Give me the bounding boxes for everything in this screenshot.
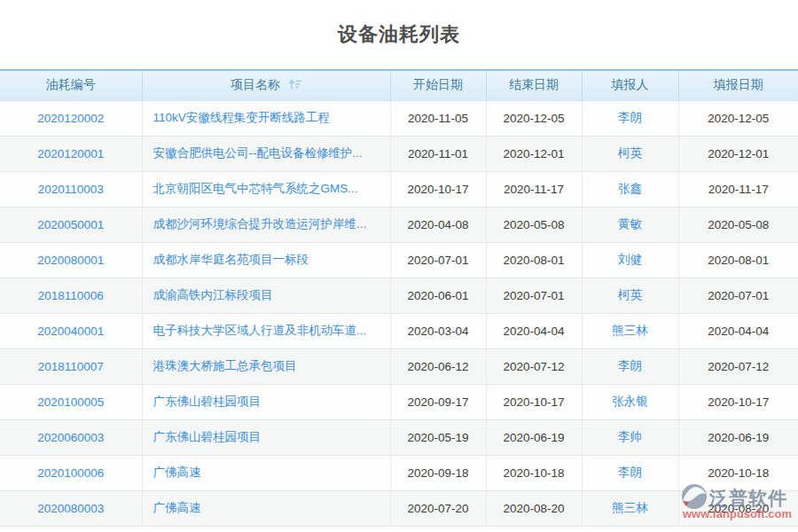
reporter-cell: 柯英 (582, 136, 678, 171)
project-link[interactable]: 成都水岸华庭名苑项目一标段 (153, 253, 309, 266)
reporter-link[interactable]: 李朗 (618, 359, 642, 372)
table-row: 2020100005 广东佛山碧桂园项目 2020-09-17 2020-10-… (0, 384, 798, 419)
fuel-id-link[interactable]: 2020100006 (37, 466, 104, 480)
project-link[interactable]: 广东佛山碧桂园项目 (153, 430, 262, 443)
start-date-cell: 2020-09-18 (390, 455, 486, 490)
reporter-link[interactable]: 李朗 (618, 466, 642, 479)
end-date-cell: 2020-11-17 (486, 171, 582, 207)
project-cell: 110kV安徽线程集变开断线路工程 (142, 100, 390, 136)
fuel-id-link[interactable]: 2020120001 (37, 147, 104, 160)
fuel-id-cell: 2020040001 (0, 313, 142, 348)
project-link[interactable]: 北京朝阳区电气中芯特气系统之GMS... (153, 182, 358, 195)
fuel-id-link[interactable]: 2020100005 (37, 395, 104, 409)
project-link[interactable]: 电子科技大学区域人行道及非机动车道... (153, 324, 367, 337)
report-date-cell: 2020-04-04 (678, 313, 798, 348)
start-date-cell: 2020-04-08 (390, 207, 486, 242)
fuel-id-cell: 2020080001 (0, 242, 142, 278)
fuel-id-link[interactable]: 2018110006 (38, 289, 104, 302)
fuel-id-cell: 2020080003 (0, 490, 142, 526)
project-link[interactable]: 成都沙河环境综合提升改造运河护岸维... (153, 217, 367, 231)
fuel-id-cell: 2018110006 (0, 278, 142, 313)
fuel-consumption-table: 油耗编号 项目名称 开始日期 结束日期 (0, 69, 798, 527)
reporter-link[interactable]: 张永银 (612, 395, 648, 408)
reporter-link[interactable]: 熊三林 (612, 501, 648, 514)
project-cell: 成都沙河环境综合提升改造运河护岸维... (142, 207, 390, 242)
fuel-id-cell: 2020120002 (0, 100, 142, 136)
fuel-id-cell: 2018110007 (0, 348, 142, 384)
sort-ascending-icon[interactable] (288, 78, 301, 93)
end-date-cell: 2020-04-04 (486, 313, 582, 348)
fuel-id-link[interactable]: 2020120002 (37, 112, 104, 125)
end-date-cell: 2020-07-01 (486, 278, 582, 313)
project-link[interactable]: 安徽合肥供电公司--配电设备检修维护... (153, 146, 363, 160)
start-date-cell: 2020-07-01 (390, 242, 486, 278)
fuel-id-link[interactable]: 2020080001 (37, 254, 104, 267)
reporter-cell: 李帅 (582, 419, 678, 455)
reporter-link[interactable]: 刘健 (618, 253, 642, 266)
reporter-link[interactable]: 黄敏 (618, 217, 642, 231)
project-cell: 港珠澳大桥施工总承包项目 (142, 348, 390, 384)
reporter-link[interactable]: 李帅 (618, 430, 642, 443)
fuel-id-link[interactable]: 2020060003 (37, 431, 104, 444)
project-link[interactable]: 广佛高速 (153, 501, 201, 514)
reporter-cell: 李朗 (582, 348, 678, 384)
reporter-link[interactable]: 柯英 (618, 146, 642, 160)
reporter-cell: 熊三林 (582, 313, 678, 348)
project-cell: 广佛高速 (142, 490, 390, 526)
column-header-project-label: 项目名称 (231, 77, 280, 91)
fuel-id-cell: 2020100006 (0, 455, 142, 490)
report-date-cell: 2020-08-01 (678, 242, 798, 278)
table-row: 2020080003 广佛高速 2020-07-20 2020-08-20 熊三… (0, 490, 798, 526)
project-link[interactable]: 广佛高速 (153, 466, 201, 479)
page-title: 设备油耗列表 (0, 0, 798, 69)
reporter-link[interactable]: 张鑫 (618, 182, 642, 195)
reporter-cell: 柯英 (582, 278, 678, 313)
column-header-report-date: 填报日期 (678, 70, 798, 100)
report-date-cell: 2020-05-08 (678, 207, 798, 242)
fuel-id-link[interactable]: 2020050001 (37, 218, 104, 231)
reporter-link[interactable]: 李朗 (618, 111, 642, 124)
project-link[interactable]: 广东佛山碧桂园项目 (153, 395, 262, 408)
reporter-cell: 熊三林 (582, 490, 678, 526)
column-header-end-date: 结束日期 (486, 70, 582, 100)
table-header: 油耗编号 项目名称 开始日期 结束日期 (0, 70, 798, 100)
report-date-cell: 2020-12-01 (678, 136, 798, 171)
fuel-id-link[interactable]: 2020080003 (37, 502, 104, 515)
start-date-cell: 2020-07-20 (390, 490, 486, 526)
project-cell: 北京朝阳区电气中芯特气系统之GMS... (142, 171, 390, 207)
project-cell: 成都水岸华庭名苑项目一标段 (142, 242, 390, 278)
reporter-link[interactable]: 熊三林 (612, 324, 648, 337)
end-date-cell: 2020-10-18 (486, 455, 582, 490)
fuel-id-cell: 2020100005 (0, 384, 142, 419)
table-row: 2020050001 成都沙河环境综合提升改造运河护岸维... 2020-04-… (0, 207, 798, 242)
end-date-cell: 2020-08-01 (486, 242, 582, 278)
start-date-cell: 2020-05-19 (390, 419, 486, 455)
reporter-cell: 张永银 (582, 384, 678, 419)
end-date-cell: 2020-08-20 (486, 490, 582, 526)
reporter-cell: 刘健 (582, 242, 678, 278)
project-link[interactable]: 成渝高铁内江标段项目 (153, 288, 273, 301)
start-date-cell: 2020-06-01 (390, 278, 486, 313)
reporter-link[interactable]: 柯英 (618, 288, 642, 301)
fuel-id-link[interactable]: 2018110007 (38, 360, 104, 373)
end-date-cell: 2020-10-17 (486, 384, 582, 419)
project-link[interactable]: 港珠澳大桥施工总承包项目 (153, 359, 297, 372)
table-row: 2020100006 广佛高速 2020-09-18 2020-10-18 李朗… (0, 455, 798, 490)
table-row: 2020040001 电子科技大学区域人行道及非机动车道... 2020-03-… (0, 313, 798, 348)
column-header-start-date: 开始日期 (390, 70, 486, 100)
column-header-project[interactable]: 项目名称 (142, 70, 390, 100)
reporter-cell: 李朗 (582, 100, 678, 136)
fuel-id-cell: 2020050001 (0, 207, 142, 242)
fuel-id-link[interactable]: 2020040001 (37, 325, 104, 338)
reporter-cell: 黄敏 (582, 207, 678, 242)
fuel-id-cell: 2020060003 (0, 419, 142, 455)
start-date-cell: 2020-10-17 (390, 171, 486, 207)
project-link[interactable]: 110kV安徽线程集变开断线路工程 (153, 111, 330, 124)
report-date-cell: 2020-11-17 (678, 171, 798, 207)
fuel-id-link[interactable]: 2020110003 (38, 183, 104, 196)
fuel-id-cell: 2020120001 (0, 136, 142, 171)
table-row: 2020120001 安徽合肥供电公司--配电设备检修维护... 2020-11… (0, 136, 798, 171)
table-row: 2020080001 成都水岸华庭名苑项目一标段 2020-07-01 2020… (0, 242, 798, 278)
table-row: 2020060003 广东佛山碧桂园项目 2020-05-19 2020-06-… (0, 419, 798, 455)
report-date-cell: 2020-07-01 (678, 278, 798, 313)
